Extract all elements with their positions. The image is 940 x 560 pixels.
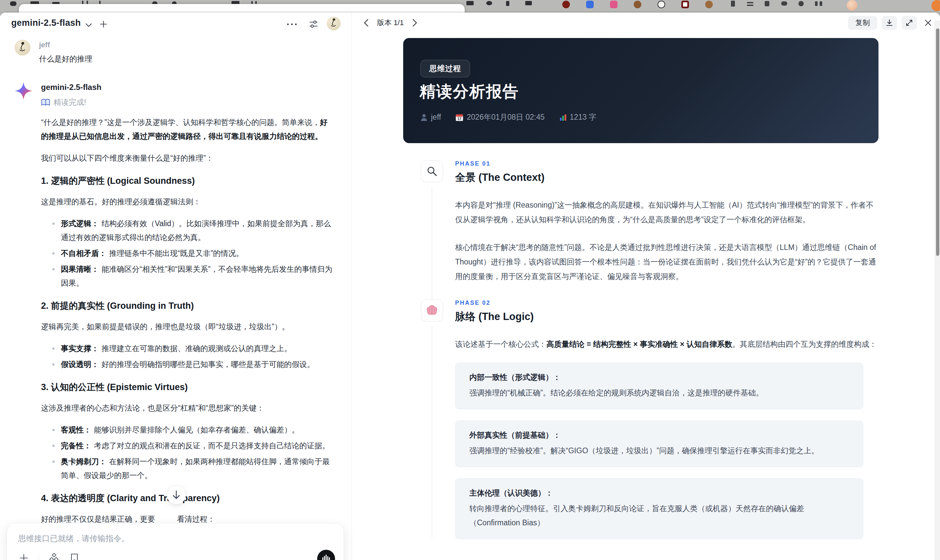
status-app-icon[interactable] [586, 1, 594, 8]
screenshot-stage: gemini-2.5-flash [0, 0, 940, 560]
gemini-star-icon [15, 82, 32, 100]
version-label: 版本 1/1 [377, 18, 404, 28]
close-icon[interactable] [922, 16, 935, 30]
phase-paragraph: 该论述基于一个核心公式：高质量结论 = 结构完整性 × 事实准确性 × 认知自律… [455, 337, 880, 351]
chat-header: gemini-2.5-flash [0, 12, 351, 34]
more-icon[interactable] [285, 18, 298, 30]
composer-input[interactable] [18, 533, 316, 552]
card-body: 转向推理者的心理特征。引入奥卡姆剃刀和反向论证，旨在克服人类（或机器）天然存在的… [469, 502, 849, 530]
list-item: 形式逻辑：结构必须有效（Valid）。比如演绎推理中，如果前提全部为真，那么通过… [52, 217, 333, 244]
timeline-connector [431, 187, 432, 312]
svg-text:17: 17 [458, 117, 461, 121]
status-glyph-icon[interactable] [731, 1, 735, 7]
model-selector[interactable]: gemini-2.5-flash [11, 18, 81, 28]
status-glyph-icon[interactable] [815, 2, 818, 6]
bullet-list: 形式逻辑：结构必须有效（Valid）。比如演绎推理中，如果前提全部为真，那么通过… [41, 217, 333, 290]
list-item: 假设透明：好的推理会明确指明哪些是已知事实，哪些是基于可能的假设。 [52, 357, 333, 371]
report-title: 精读分析报告 [420, 81, 519, 102]
bookmark-icon[interactable] [69, 552, 80, 560]
status-app-icon[interactable] [681, 1, 689, 8]
menu-glyph-icon[interactable] [486, 1, 492, 5]
user-message: jeff 什么是好的推理 [15, 40, 333, 64]
user-profile-avatar[interactable] [327, 17, 341, 31]
chat-message-list[interactable]: jeff 什么是好的推理 [0, 34, 351, 560]
artifact-content[interactable]: 思维过程 精读分析报告 jeff 17 [384, 34, 933, 560]
card-body: 强调推理的“经验校准”。解决“GIGO（垃圾进，垃圾出）”问题，确保推理引擎运行… [469, 444, 849, 458]
book-icon [41, 98, 50, 106]
card-title: 主体伦理（认识美德）： [469, 488, 849, 498]
list-item: 客观性：能够识别并尽量排除个人偏见（如幸存者偏差、确认偏差）。 [52, 423, 333, 437]
menu-glyph-icon[interactable] [10, 2, 17, 6]
paragraph: 这涉及推理者的心态和方法论，也是区分“杠精”和“思想家”的关键： [41, 401, 333, 415]
menu-glyph-icon[interactable] [525, 1, 532, 5]
card-title: 内部一致性（形式逻辑）： [469, 372, 849, 383]
chat-panel: gemini-2.5-flash [0, 12, 351, 560]
skills-diamonds-icon[interactable] [48, 552, 60, 560]
status-app-icon[interactable] [610, 1, 618, 8]
list-item: 完备性：考虑了对立的观点和潜在的反证，而不是只选择支持自己结论的证据。 [52, 438, 333, 452]
artifact-header: 版本 1/1 复制 [352, 12, 940, 34]
logic-card-2: 外部真实性（前提基础）： 强调推理的“经验校准”。解决“GIGO（垃圾进，垃圾出… [455, 420, 863, 467]
meta-word-count: 1213 字 [559, 112, 597, 122]
list-item: 奥卡姆剃刀：在解释同一个现象时，如果两种推理都能站得住脚，通常倾向于最简单、假设… [52, 455, 333, 482]
list-item: 不自相矛盾：推理链条中不能出现“既是又非”的情况。 [52, 246, 333, 260]
status-glyph-icon[interactable] [798, 1, 804, 6]
next-version-icon[interactable] [409, 17, 421, 28]
voice-input-button[interactable] [317, 550, 335, 560]
calendar-icon: 17 [455, 113, 463, 122]
timeline-connector [431, 326, 432, 537]
status-glyph-icon[interactable] [820, 2, 822, 6]
status-glyph-icon[interactable] [765, 1, 769, 6]
card-body: 强调推理的“机械正确”。结论必须在给定的规则系统内逻辑自洽，这是推理的硬件基础。 [469, 386, 849, 400]
assistant-status: 精读完成! [41, 97, 333, 108]
phase-section-1: PHASE 01 全景 (The Context) 本内容是对“推理 (Reas… [384, 160, 933, 284]
phase-title: 脉络 (The Logic) [455, 310, 933, 324]
chevron-down-icon[interactable] [84, 20, 93, 30]
phase-label: PHASE 01 [455, 160, 933, 167]
section-heading: 4. 表达的透明度 (Clarity and Transparency) [41, 492, 333, 504]
status-text: 精读完成! [54, 97, 86, 108]
status-app-icon[interactable] [658, 1, 665, 8]
status-glyph-icon[interactable] [747, 2, 754, 3]
scrollbar-track[interactable] [935, 20, 940, 560]
meta-author: jeff [421, 113, 441, 122]
phase-paragraph: 核心情境在于解决“思考的随意性”问题。不论是人类通过批判性思维进行决策，还是大语… [455, 240, 880, 284]
tune-settings-icon[interactable] [307, 18, 320, 31]
status-app-icon[interactable] [562, 1, 570, 8]
new-chat-button[interactable] [98, 18, 109, 30]
section-heading: 2. 前提的真实性 (Grounding in Truth) [41, 300, 333, 312]
brain-icon [421, 300, 443, 322]
card-title: 外部真实性（前提基础）： [469, 430, 849, 440]
scrollbar-thumb[interactable] [936, 28, 939, 256]
composer [7, 523, 344, 560]
menu-glyph-icon[interactable] [506, 1, 509, 6]
download-icon[interactable] [882, 16, 897, 30]
prev-version-icon[interactable] [361, 17, 372, 28]
magnifier-icon [421, 160, 443, 182]
status-app-icon[interactable] [931, 0, 940, 11]
expand-icon[interactable] [901, 16, 917, 30]
status-glyph-icon[interactable] [781, 2, 787, 6]
status-app-icon[interactable] [705, 1, 713, 8]
assistant-markdown: “什么是好的推理？”这是一个涉及逻辑学、认知科学和哲学核心的问题。简单来说，好的… [41, 115, 333, 548]
phase-label: PHASE 02 [455, 300, 933, 306]
menu-glyph-icon[interactable] [466, 1, 474, 5]
list-item: 事实支撑：推理建立在可靠的数据、准确的观测或公认的真理之上。 [52, 342, 333, 355]
status-avatar-icon[interactable] [847, 0, 857, 11]
status-glyph-icon[interactable] [747, 5, 754, 6]
bar-chart-icon [559, 114, 567, 121]
paragraph: 我们可以从以下四个维度来衡量什么是“好的推理”： [41, 151, 333, 165]
status-app-icon[interactable] [634, 1, 641, 8]
app-window: gemini-2.5-flash [0, 12, 940, 560]
logic-card-3: 主体伦理（认识美德）： 转向推理者的心理特征。引入奥卡姆剃刀和反向论证，旨在克服… [455, 478, 863, 539]
bullet-list: 客观性：能够识别并尽量排除个人偏见（如幸存者偏差、确认偏差）。 完备性：考虑了对… [41, 423, 333, 482]
attach-plus-icon[interactable] [18, 552, 29, 560]
list-item: 因果清晰：能准确区分“相关性”和“因果关系”，不会轻率地将先后发生的事情归为因果… [52, 262, 333, 290]
report-meta: jeff 17 2026年01月08日 02:45 1 [421, 112, 596, 122]
assistant-message: gemini-2.5-flash 精读完成! “什么是好的推理？”这是一个涉及逻… [15, 82, 333, 556]
logic-card-1: 内部一致性（形式逻辑）： 强调推理的“机械正确”。结论必须在给定的规则系统内逻辑… [455, 363, 863, 409]
scroll-to-bottom-button[interactable] [167, 485, 186, 505]
section-heading: 3. 认知的公正性 (Epistemic Virtues) [41, 381, 333, 393]
paragraph: “什么是好的推理？”这是一个涉及逻辑学、认知科学和哲学核心的问题。简单来说，好的… [41, 115, 333, 143]
copy-button[interactable]: 复制 [848, 16, 877, 30]
